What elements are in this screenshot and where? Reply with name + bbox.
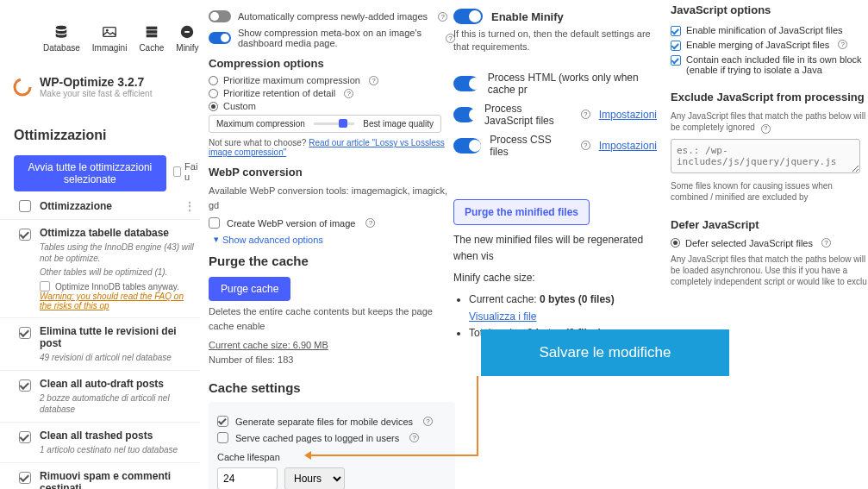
process-js-toggle[interactable]: Process JavaScript files Impostazioni	[453, 103, 657, 127]
process-css-toggle[interactable]: Process CSS files Impostazioni	[453, 134, 657, 158]
images-icon	[102, 24, 117, 40]
brand-subtitle: Make your site fast & efficient	[40, 89, 152, 98]
show-advanced-link[interactable]: ▾ Show advanced options	[214, 234, 455, 245]
purge-cache-heading: Purge the cache	[209, 254, 455, 268]
radio-custom[interactable]: Custom	[209, 101, 455, 111]
cache-icon	[144, 24, 159, 40]
help-icon[interactable]	[423, 417, 433, 426]
opt-item-trashed[interactable]: Clean all trashed posts 1 articolo cesti…	[0, 423, 200, 463]
enable-minify-toggle[interactable]: Enable Minify	[453, 9, 657, 24]
purge-minified-button[interactable]: Purge the minified files	[453, 199, 590, 225]
lifespan-unit-select[interactable]: Hours	[284, 467, 345, 489]
optimizations-heading: Ottimizzazioni	[0, 103, 200, 152]
arrow-icon	[304, 451, 311, 460]
warning-link[interactable]: Warning: you should read the FAQ on the …	[40, 292, 195, 310]
svg-rect-2	[147, 27, 158, 30]
opt-item-autodraft[interactable]: Clean all auto-draft posts 2 bozze autom…	[0, 371, 200, 423]
minify-icon	[179, 24, 195, 40]
help-icon[interactable]	[344, 89, 353, 98]
top-nav: Database Immagini Cache Minify	[0, 9, 200, 61]
webp-heading: WebP conversion	[209, 166, 455, 179]
nav-database[interactable]: Database	[43, 24, 80, 53]
defer-js-heading: Defer JavaScript	[671, 218, 868, 231]
help-icon[interactable]	[821, 238, 831, 248]
toggle-on-icon[interactable]	[453, 138, 481, 154]
checkbox-icon[interactable]	[19, 327, 31, 339]
help-icon[interactable]	[365, 218, 375, 228]
js-merge-checkbox[interactable]: Enable merging of JavaScript files	[671, 40, 868, 51]
opt-item-revisions[interactable]: Elimina tutte le revisioni dei post 49 r…	[0, 318, 200, 371]
brand-block: WP-Optimize 3.2.7 Make your site fast & …	[0, 61, 200, 103]
help-icon[interactable]	[838, 40, 847, 49]
defer-selected-radio[interactable]: Defer selected JavaScript files	[671, 238, 868, 248]
checkbox-icon[interactable]	[19, 379, 31, 392]
auto-compress-toggle[interactable]: Automatically compress newly-added image…	[209, 10, 455, 22]
help-icon[interactable]	[409, 433, 419, 442]
toggle-on-icon[interactable]	[453, 9, 483, 24]
compression-hint: Not sure what to choose? Read our articl…	[209, 138, 455, 157]
nav-images[interactable]: Immagini	[92, 24, 128, 53]
radio-max-compression[interactable]: Prioritize maximum compression	[209, 75, 455, 85]
lifespan-input[interactable]	[217, 467, 278, 489]
lifespan-label: Cache lifespan	[217, 452, 446, 462]
connector-line	[477, 376, 478, 455]
minify-desc: If this is turned on, then the default s…	[453, 28, 657, 54]
opt-item-optimize-db[interactable]: Ottimizza tabelle database Tables using …	[0, 220, 200, 318]
nav-cache[interactable]: Cache	[139, 24, 164, 53]
nav-minify[interactable]: Minify	[176, 24, 198, 53]
help-icon[interactable]	[369, 76, 378, 85]
help-icon[interactable]	[761, 124, 771, 134]
minify-panel: Enable Minify If this is turned on, then…	[446, 0, 662, 310]
connector-line	[310, 455, 478, 456]
toggle-on-icon[interactable]	[209, 32, 231, 44]
toggle-on-icon[interactable]	[453, 76, 479, 91]
gen-mobile-checkbox[interactable]: Generate separate files for mobile devic…	[217, 416, 446, 427]
purge-desc: Deletes the entire cache contents but ke…	[209, 304, 455, 333]
cache-files: Number of files: 183	[209, 353, 455, 367]
purge-cache-button[interactable]: Purge cache	[209, 277, 290, 301]
fai-checkbox[interactable]: Fai u	[173, 161, 200, 182]
js-contain-checkbox[interactable]: Contain each included file in its own bl…	[671, 54, 868, 75]
svg-rect-4	[147, 34, 158, 38]
cache-settings-heading: Cache settings	[209, 380, 455, 395]
webp-tools: Available WebP conversion tools: imagema…	[209, 184, 455, 212]
run-all-button[interactable]: Avvia tutte le ottimizzazioni selezionat…	[14, 155, 166, 191]
opt-item-spam[interactable]: Rimuovi spam e commenti cestinati 1 comm…	[0, 463, 200, 489]
help-icon[interactable]	[581, 141, 590, 150]
cache-size: Current cache size: 6.90 MB	[209, 338, 455, 353]
svg-point-1	[106, 29, 109, 32]
exclude-note: Any JavaScript files that match the path…	[671, 110, 868, 134]
opt-table-header: Ottimizzazione ⋮	[0, 191, 200, 220]
view-files-link[interactable]: Visualizza i file	[469, 310, 536, 323]
css-settings-link[interactable]: Impostazioni	[599, 140, 657, 152]
middle-panel: Automatically compress newly-added image…	[200, 0, 459, 489]
svg-rect-3	[147, 30, 158, 34]
database-icon	[53, 24, 69, 40]
minify-regen-note: The new minified files will be regenerat…	[453, 232, 657, 265]
help-icon[interactable]	[581, 110, 590, 119]
left-panel: Database Immagini Cache Minify WP-Optimi…	[0, 0, 200, 489]
chevron-down-icon: ▾	[214, 234, 219, 245]
meta-box-toggle[interactable]: Show compression meta-box on an image's …	[209, 28, 455, 48]
toggle-on-icon[interactable]	[453, 107, 476, 122]
cache-settings-box: Generate separate files for mobile devic…	[209, 402, 455, 489]
radio-retain-detail[interactable]: Prioritize retention of detail	[209, 88, 455, 98]
compression-slider[interactable]: Maximum compression Best image quality	[209, 115, 441, 133]
checkbox-icon[interactable]	[19, 472, 31, 484]
js-minify-checkbox[interactable]: Enable minification of JavaScript files	[671, 25, 868, 36]
brand-title: WP-Optimize 3.2.7	[40, 75, 152, 89]
wpo-logo-icon	[12, 77, 33, 97]
annotation-callout: Salvare le modifiche	[481, 329, 729, 376]
svg-point-5	[15, 79, 30, 95]
js-settings-link[interactable]: Impostazioni	[599, 109, 657, 121]
toggle-off-icon[interactable]	[209, 10, 231, 22]
serve-logged-in-checkbox[interactable]: Serve cached pages to logged in users	[217, 432, 446, 443]
optimize-innodb-anyway[interactable]: Optimize InnoDB tables anyway.	[40, 281, 195, 292]
webp-create-checkbox[interactable]: Create WebP version of image	[209, 217, 455, 229]
checkbox-icon[interactable]	[19, 431, 31, 443]
js-options-panel: JavaScript options Enable minification o…	[662, 0, 868, 489]
exclude-paths-input[interactable]	[671, 139, 860, 173]
process-html-toggle[interactable]: Process HTML (works only when cache pr	[453, 72, 657, 96]
checkbox-icon[interactable]	[19, 229, 31, 241]
minify-size-label: Minify cache size:	[453, 270, 657, 286]
